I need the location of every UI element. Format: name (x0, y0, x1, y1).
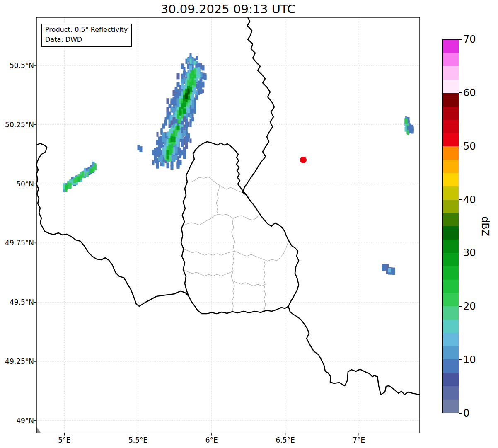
radar-echo-cell (78, 176, 80, 182)
radar-echo-cell (188, 89, 190, 94)
radar-echo-cell (82, 172, 84, 177)
radar-echo-cell (191, 70, 194, 76)
radar-echo-cell (169, 104, 172, 108)
border-france-belgium (36, 143, 189, 306)
radar-echo-cell (177, 126, 180, 130)
radar-echo-cell (86, 171, 89, 177)
radar-echo-cell (181, 79, 184, 83)
colorbar-tick-label: 50 (463, 140, 476, 152)
colorbar-segment (443, 146, 459, 160)
colorbar-segment (443, 280, 459, 293)
colorbar (442, 39, 459, 413)
radar-echo-cell (200, 82, 202, 87)
colorbar-segment (443, 320, 459, 333)
colorbar-segment (443, 107, 459, 120)
radar-echo-cell (184, 77, 186, 82)
radar-map-figure: 30.09.2025 09:13 UTC (0, 0, 498, 448)
colorbar-segment (443, 333, 459, 346)
radar-echo-cell (175, 147, 178, 152)
colorbar-segment (443, 93, 459, 107)
radar-echo-cell (388, 268, 391, 273)
colorbar-segment (443, 386, 459, 400)
radar-echo-cell (382, 266, 385, 271)
colorbar-tick-label: 70 (463, 34, 476, 45)
radar-echo-cell (70, 183, 72, 189)
radar-echo-cell (190, 74, 192, 79)
radar-echo-cell (187, 102, 190, 107)
radar-echo-cell (196, 56, 198, 60)
radar-echo-layer (63, 53, 414, 275)
radar-echo-cell (173, 137, 176, 142)
colorbar-segment (443, 359, 459, 373)
radar-echo-cell (179, 148, 181, 154)
colorbar-segment (443, 133, 459, 146)
colorbar-unit-label: dBZ (479, 214, 491, 239)
lat-tick-label: 49.25°N (0, 357, 34, 366)
radar-echo-cell (181, 139, 184, 143)
radar-echo-cell (73, 178, 76, 183)
border-france-germany (288, 306, 420, 395)
radar-echo-cell (392, 269, 395, 275)
border-belgium-germany (243, 17, 274, 201)
radar-echo-cell (175, 119, 178, 123)
colorbar-tick-label: 30 (463, 247, 476, 259)
colorbar-segment (443, 266, 459, 279)
map-corner-shade (36, 427, 41, 433)
radar-echo-cell (183, 149, 186, 153)
lon-tick-label: 6.5°E (261, 436, 310, 445)
radar-echo-cell (80, 175, 82, 180)
radar-echo-cell (187, 133, 190, 138)
colorbar-segment (443, 400, 459, 413)
radar-echo-cell (190, 138, 192, 143)
radar-echo-cell (165, 117, 167, 122)
colorbar-tick-label: 10 (463, 354, 476, 366)
radar-echo-cell (409, 124, 411, 129)
colorbar-tick-mark (459, 306, 462, 307)
colorbar-segment (443, 346, 459, 359)
radar-echo-cell (188, 73, 190, 77)
colorbar-segment (443, 226, 459, 240)
radar-echo-cell (171, 162, 174, 166)
radar-echo-cell (185, 93, 188, 99)
radar-echo-cell (191, 96, 194, 100)
colorbar-segment (443, 373, 459, 386)
lon-tick-label: 6°E (187, 436, 237, 445)
radar-echo-cell (202, 82, 205, 88)
colorbar-segment (443, 200, 459, 213)
canton-borders (183, 177, 289, 312)
radar-echo-cell (190, 59, 192, 64)
colorbar-segment (443, 186, 459, 200)
radar-echo-cell (185, 124, 188, 128)
country-borders (36, 17, 420, 395)
radar-echo-cell (171, 144, 173, 148)
lat-tick-label: 49°N (0, 416, 34, 425)
radar-echo-cell (171, 107, 173, 112)
colorbar-tick-mark (459, 253, 462, 253)
radar-echo-cell (177, 163, 180, 169)
radar-echo-cell (167, 98, 169, 104)
colorbar-tick-label: 0 (463, 407, 469, 419)
colorbar-segment (443, 173, 459, 186)
radar-echo-cell (167, 155, 169, 159)
product-info-line2: Data: DWD (45, 35, 128, 45)
radar-echo-cell (181, 63, 184, 69)
lon-tick-label: 5°E (39, 436, 89, 445)
product-info-line1: Product: 0.5° Reflectivity (45, 25, 128, 35)
radar-echo-cell (187, 58, 190, 61)
radar-echo-cell (167, 150, 169, 155)
colorbar-segment (443, 293, 459, 306)
radar-echo-cell (177, 140, 179, 145)
map-plot (0, 0, 498, 448)
radar-echo-cell (90, 169, 93, 173)
radar-echo-cell (167, 111, 169, 117)
radar-echo-cell (155, 158, 157, 163)
colorbar-segment (443, 306, 459, 320)
axis-tick-marks (34, 65, 359, 436)
radar-echo-cell (175, 155, 178, 160)
radar-echo-cell (204, 73, 206, 79)
colorbar-segment (443, 253, 459, 266)
border-luxembourg (181, 142, 299, 314)
colorbar-segment (443, 66, 459, 80)
colorbar-tick-mark (459, 359, 462, 360)
radar-echo-cell (191, 59, 194, 64)
